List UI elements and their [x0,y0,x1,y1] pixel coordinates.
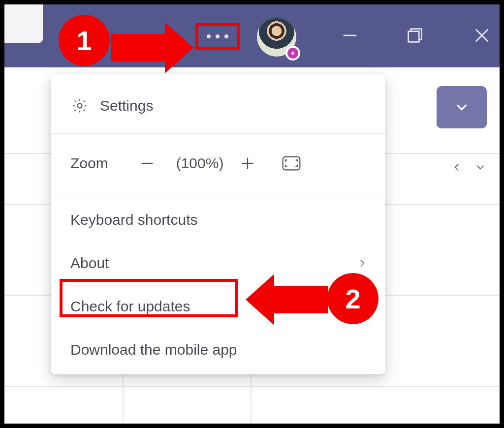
menu-item-about[interactable]: About [51,242,385,285]
menu-item-zoom: Zoom (100%) [51,139,385,188]
svg-rect-9 [283,157,300,170]
ellipsis-icon [224,34,228,38]
presence-badge [285,46,300,61]
ellipsis-icon [207,34,211,38]
gear-icon [70,97,89,114]
svg-point-5 [77,103,82,108]
menu-item-settings[interactable]: Settings [51,83,385,128]
window-minimize-button[interactable] [335,23,365,48]
annotation-badge-label: 2 [345,283,360,315]
arrow-head-icon [165,22,193,73]
arrow-shaft [274,286,328,313]
annotation-arrow-1 [111,22,193,73]
pager-next-icon[interactable] [474,161,487,174]
annotation-badge-label: 1 [76,25,92,57]
arrow-head-icon [246,274,274,325]
ellipsis-icon [216,34,220,38]
menu-item-keyboard-shortcuts[interactable]: Keyboard shortcuts [51,198,385,242]
menu-item-label: Settings [100,97,153,114]
menu-item-label: Keyboard shortcuts [70,212,197,228]
menu-divider [51,193,385,193]
annotation-badge-1: 1 [59,15,110,66]
zoom-out-button[interactable] [139,155,160,172]
menu-item-download-mobile[interactable]: Download the mobile app [51,328,385,371]
zoom-in-button[interactable] [239,155,261,172]
window-maximize-button[interactable] [400,23,430,48]
out-of-office-icon [287,48,298,59]
more-options-button[interactable] [195,23,240,50]
pager-controls [450,161,487,174]
annotation-badge-2: 2 [327,273,378,324]
arrow-shaft [111,34,165,61]
expand-dropdown-button[interactable] [437,86,487,128]
titlebar-left-placeholder [4,4,43,43]
content-area: Settings Zoom (100%) Keyboard shortcuts [4,67,500,424]
annotation-highlight-2 [60,279,238,317]
menu-item-label: Download the mobile app [70,341,237,358]
annotation-arrow-2 [246,274,328,325]
chevron-right-icon [356,257,369,270]
svg-rect-2 [409,31,419,42]
menu-item-label: About [70,255,109,272]
window-close-button[interactable] [467,23,497,48]
grid-line [4,386,500,387]
pager-prev-icon[interactable] [450,161,463,174]
menu-divider [51,133,385,134]
zoom-percent: (100%) [176,155,224,172]
fullscreen-button[interactable] [282,155,301,171]
zoom-label: Zoom [70,155,108,172]
more-options-menu: Settings Zoom (100%) Keyboard shortcuts [51,74,385,374]
